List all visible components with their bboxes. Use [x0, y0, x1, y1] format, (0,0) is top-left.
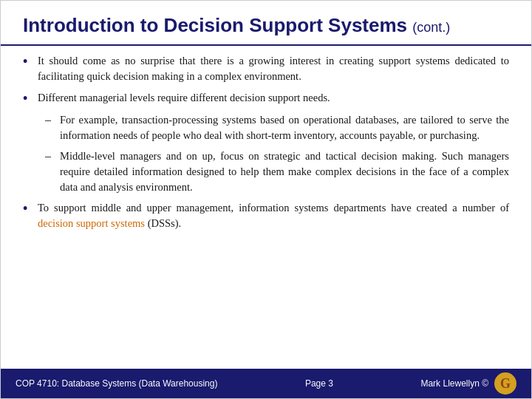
title-main-text: Introduction to Decision Support Systems	[23, 14, 407, 36]
logo-icon: G	[494, 372, 516, 395]
bullet-text-2: Different managerial levels require diff…	[38, 90, 330, 106]
bullet3-before: To support middle and upper management, …	[38, 202, 509, 214]
bullet-dot-2: •	[23, 91, 38, 106]
title-cont-text: (cont.)	[412, 20, 450, 35]
footer-bar: COP 4710: Database Systems (Data Warehou…	[1, 369, 531, 398]
bullet-text-1: It should come as no surprise that there…	[38, 53, 509, 84]
bullet-text-3: To support middle and upper management, …	[38, 200, 509, 231]
footer-page-number: Page 3	[305, 378, 333, 389]
content-area: • It should come as no surprise that the…	[1, 46, 531, 369]
bullet3-highlight: decision support systems	[38, 217, 145, 229]
footer-right-area: Mark Llewellyn © G	[420, 372, 516, 395]
sub-text-1: For example, transaction-processing syst…	[60, 112, 509, 143]
sub-dash-1: –	[38, 113, 60, 126]
footer-left-text: COP 4710: Database Systems (Data Warehou…	[16, 378, 217, 389]
bullet-dot-1: •	[23, 54, 38, 69]
footer-author: Mark Llewellyn ©	[420, 378, 488, 389]
title-bar: Introduction to Decision Support Systems…	[1, 1, 531, 46]
bullet3-after: (DSSs).	[145, 217, 181, 229]
slide-container: Introduction to Decision Support Systems…	[0, 0, 532, 399]
sub-dash-2: –	[38, 149, 60, 163]
bullet-3: • To support middle and upper management…	[23, 200, 509, 231]
sub-text-2: Middle-level managers and on up, focus o…	[60, 149, 509, 195]
slide-title: Introduction to Decision Support Systems…	[23, 14, 450, 36]
sub-item-2: – Middle-level managers and on up, focus…	[38, 149, 509, 195]
bullet-dot-3: •	[23, 201, 38, 216]
bullet-1: • It should come as no surprise that the…	[23, 53, 509, 84]
bullet-2: • Different managerial levels require di…	[23, 90, 509, 106]
sub-items: – For example, transaction-processing sy…	[23, 112, 509, 195]
sub-item-1: – For example, transaction-processing sy…	[38, 112, 509, 143]
